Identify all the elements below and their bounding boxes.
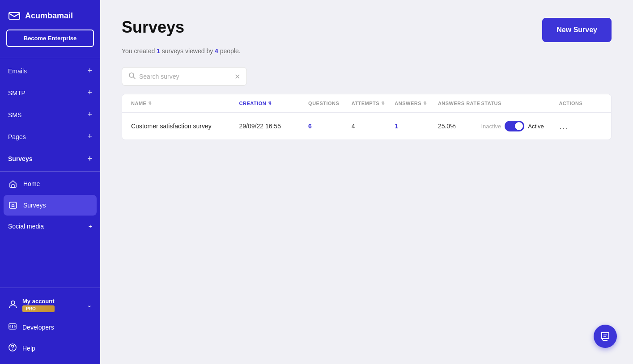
new-survey-button[interactable]: New Survey — [542, 18, 612, 42]
th-actions: ACTIONS — [559, 101, 602, 106]
my-account-name: My account — [22, 298, 55, 305]
th-creation: CREATION ⇅ — [239, 101, 309, 106]
td-creation: 29/09/22 16:55 — [239, 123, 309, 130]
th-attempts: ATTEMPTS ⇅ — [352, 101, 395, 106]
td-questions: 6 — [308, 123, 352, 130]
sidebar-item-social-media[interactable]: Social media + — [0, 216, 100, 236]
plus-icon: + — [87, 88, 92, 97]
sidebar-link-label: Home — [23, 180, 40, 187]
my-account-item[interactable]: My account PRO ⌄ — [0, 293, 100, 317]
plus-icon: + — [89, 223, 92, 230]
plus-icon: + — [87, 132, 92, 141]
sidebar-divider-1 — [0, 58, 100, 58]
plus-icon: + — [87, 154, 92, 163]
my-account-text: My account PRO — [22, 298, 55, 312]
sidebar-link-developers[interactable]: Developers — [0, 317, 100, 338]
svg-point-9 — [12, 349, 13, 350]
svg-point-4 — [12, 204, 14, 207]
sidebar-item-emails[interactable]: Emails + — [0, 60, 100, 82]
app-logo: Acumbamail — [0, 0, 100, 30]
plus-icon: + — [87, 66, 92, 76]
sidebar-link-label: Surveys — [23, 202, 46, 209]
active-label: Active — [528, 123, 544, 130]
sort-icon-creation: ⇅ — [268, 101, 272, 106]
th-questions: QUESTIONS — [308, 101, 352, 106]
my-account-left: My account PRO — [8, 298, 55, 312]
td-name: Customer satisfaction survey — [131, 123, 239, 130]
pro-badge: PRO — [22, 305, 55, 312]
sidebar-social-label: Social media — [8, 223, 44, 230]
sidebar-item-label: Pages — [8, 133, 26, 140]
developers-label: Developers — [22, 324, 54, 331]
search-icon — [128, 72, 136, 81]
help-label: Help — [22, 345, 35, 352]
survey-count: 1 — [157, 47, 160, 55]
status-toggle[interactable] — [505, 121, 524, 131]
sidebar-link-home[interactable]: Home — [0, 174, 100, 194]
sidebar-link-surveys[interactable]: Surveys — [4, 195, 97, 216]
survey-table: NAME ⇅ CREATION ⇅ QUESTIONS ATTEMPTS ⇅ A… — [122, 94, 612, 140]
page-header-left: Surveys — [122, 18, 184, 37]
th-answers: ANSWERS ⇅ — [395, 101, 438, 106]
subtitle-pre: You created — [122, 47, 157, 55]
td-attempts: 4 — [352, 123, 395, 130]
th-status: STATUS — [481, 101, 559, 106]
clear-icon[interactable]: ✕ — [234, 72, 240, 81]
inactive-label: Inactive — [481, 123, 501, 130]
sidebar-item-label: SMS — [8, 111, 21, 119]
sort-icon-answers: ⇅ — [423, 101, 427, 106]
sidebar-item-label: Surveys — [8, 155, 32, 162]
page-title: Surveys — [122, 18, 184, 37]
sidebar-item-label: Emails — [8, 68, 27, 75]
surveys-icon — [8, 200, 18, 210]
td-actions: … — [559, 121, 602, 131]
svg-rect-3 — [9, 202, 17, 208]
sidebar-divider-2 — [0, 171, 100, 172]
td-status: Inactive Active — [481, 121, 559, 131]
sidebar-bottom: My account PRO ⌄ Developers — [0, 288, 100, 364]
main-content: Surveys New Survey You created 1 surveys… — [100, 0, 633, 364]
subtitle-mid: surveys viewed by — [160, 47, 215, 55]
sidebar: Acumbamail Become Enterprise Emails + SM… — [0, 0, 100, 364]
chat-bubble-button[interactable] — [594, 325, 617, 348]
chevron-down-icon: ⌄ — [87, 301, 92, 309]
svg-line-11 — [133, 77, 135, 79]
sidebar-item-smtp[interactable]: SMTP + — [0, 82, 100, 104]
plus-icon: + — [87, 110, 92, 119]
svg-point-5 — [11, 301, 15, 305]
logo-icon — [8, 11, 21, 21]
developers-icon — [8, 322, 17, 332]
subtitle-post: people. — [218, 47, 241, 55]
actions-button[interactable]: … — [559, 121, 569, 131]
table-row: Customer satisfaction survey 29/09/22 16… — [122, 113, 611, 140]
help-icon — [8, 343, 17, 353]
th-name: NAME ⇅ — [131, 101, 239, 106]
sort-icon-attempts: ⇅ — [381, 101, 385, 106]
svg-rect-1 — [9, 13, 20, 19]
account-icon — [8, 299, 18, 311]
sidebar-item-surveys[interactable]: Surveys + — [0, 148, 100, 169]
search-input[interactable] — [139, 73, 231, 80]
page-header: Surveys New Survey — [122, 18, 612, 42]
sort-icon-name: ⇅ — [148, 101, 152, 106]
table-header: NAME ⇅ CREATION ⇅ QUESTIONS ATTEMPTS ⇅ A… — [122, 94, 611, 113]
home-icon — [8, 179, 18, 189]
sidebar-item-sms[interactable]: SMS + — [0, 104, 100, 126]
people-count: 4 — [215, 47, 218, 55]
th-answers-rate: ANSWERS RATE — [438, 101, 481, 106]
svg-rect-2 — [12, 185, 14, 187]
search-bar: ✕ — [122, 67, 247, 86]
sidebar-link-help[interactable]: Help — [0, 338, 100, 359]
become-enterprise-button[interactable]: Become Enterprise — [6, 30, 94, 47]
td-answers: 1 — [395, 123, 438, 130]
td-answers-rate: 25.0% — [438, 123, 481, 130]
sidebar-item-pages[interactable]: Pages + — [0, 126, 100, 148]
subtitle: You created 1 surveys viewed by 4 people… — [122, 47, 612, 55]
sidebar-item-label: SMTP — [8, 89, 25, 97]
chat-icon — [600, 331, 611, 342]
app-name: Acumbamail — [25, 11, 73, 21]
